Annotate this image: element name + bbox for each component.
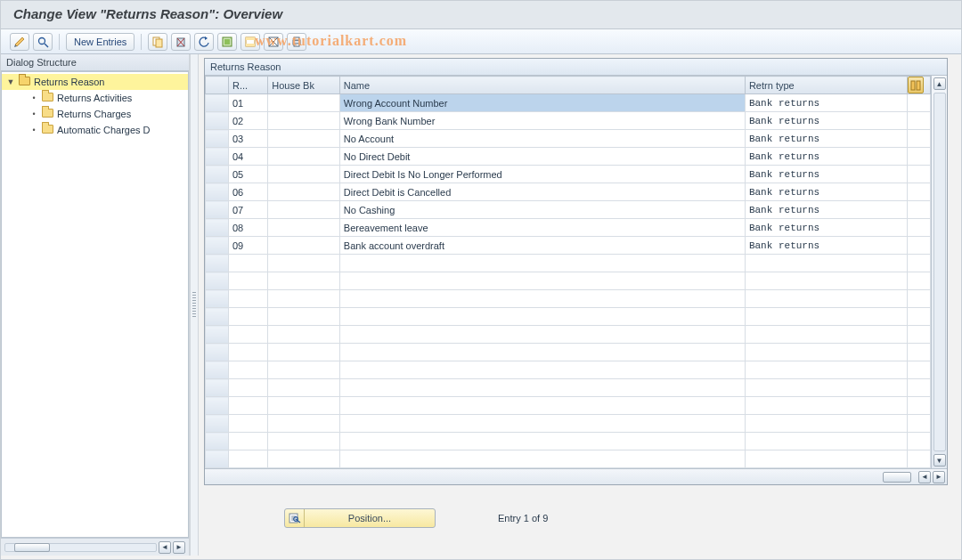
cell-house-bk[interactable] — [268, 397, 340, 415]
table-row[interactable]: 01Wrong Account NumberBank returns — [206, 94, 931, 112]
cell-r[interactable] — [229, 415, 268, 433]
hscroll-thumb[interactable] — [883, 472, 911, 483]
tree-item[interactable]: ▼Returns Reason — [2, 74, 188, 90]
table-row[interactable] — [206, 255, 931, 272]
scroll-left-button[interactable]: ◄ — [918, 471, 931, 483]
cell-retrn-type[interactable] — [745, 361, 907, 379]
cell-name[interactable]: Bank account overdraft — [339, 237, 745, 255]
row-selector-cell[interactable] — [206, 237, 229, 255]
copy-as-button[interactable] — [148, 33, 167, 51]
cell-name[interactable]: Wrong Bank Number — [339, 112, 745, 130]
cell-name[interactable] — [339, 326, 745, 344]
scroll-track[interactable] — [933, 93, 946, 451]
cell-house-bk[interactable] — [268, 237, 340, 255]
table-row[interactable] — [206, 397, 931, 415]
configure-columns-button[interactable] — [907, 77, 930, 94]
cell-r[interactable]: 04 — [229, 148, 268, 166]
cell-retrn-type[interactable] — [745, 255, 907, 272]
scroll-right-button[interactable]: ► — [933, 471, 945, 483]
cell-house-bk[interactable] — [268, 272, 340, 290]
cell-retrn-type[interactable] — [745, 272, 907, 290]
cell-name[interactable] — [339, 450, 745, 468]
cell-r[interactable] — [229, 450, 268, 468]
row-selector-cell[interactable] — [206, 219, 229, 237]
cell-r[interactable]: 05 — [229, 166, 268, 183]
row-selector-cell[interactable] — [206, 94, 229, 112]
table-row[interactable] — [206, 326, 931, 344]
cell-retrn-type[interactable]: Bank returns — [745, 112, 907, 130]
cell-house-bk[interactable] — [268, 361, 340, 379]
cell-r[interactable]: 06 — [229, 183, 268, 201]
row-selector-cell[interactable] — [206, 361, 229, 379]
table-row[interactable] — [206, 361, 931, 379]
cell-house-bk[interactable] — [268, 148, 340, 166]
cell-retrn-type[interactable] — [745, 308, 907, 326]
table-row[interactable]: 07No CashingBank returns — [206, 201, 931, 219]
cell-r[interactable] — [229, 344, 268, 361]
cell-r[interactable]: 07 — [229, 201, 268, 219]
splitter-handle[interactable] — [190, 54, 199, 556]
table-row[interactable]: 06Direct Debit is CancelledBank returns — [206, 183, 931, 201]
cell-name[interactable] — [339, 272, 745, 290]
cell-r[interactable]: 02 — [229, 112, 268, 130]
cell-r[interactable]: 08 — [229, 219, 268, 237]
tree-item[interactable]: •Automatic Charges D — [2, 122, 188, 138]
print-button[interactable] — [287, 33, 306, 51]
row-selector-cell[interactable] — [206, 130, 229, 148]
cell-retrn-type[interactable] — [745, 344, 907, 361]
cell-r[interactable] — [229, 361, 268, 379]
row-selector-cell[interactable] — [206, 166, 229, 183]
cell-name[interactable] — [339, 433, 745, 450]
cell-r[interactable] — [229, 379, 268, 397]
row-selector-header[interactable] — [206, 77, 229, 94]
cell-name[interactable]: Bereavement leave — [339, 219, 745, 237]
cell-name[interactable]: Direct Debit is Cancelled — [339, 183, 745, 201]
cell-house-bk[interactable] — [268, 130, 340, 148]
cell-house-bk[interactable] — [268, 450, 340, 468]
cell-name[interactable] — [339, 361, 745, 379]
cell-retrn-type[interactable]: Bank returns — [745, 94, 907, 112]
table-row[interactable] — [206, 344, 931, 361]
scroll-left-button[interactable]: ◄ — [159, 541, 171, 554]
row-selector-cell[interactable] — [206, 201, 229, 219]
row-selector-cell[interactable] — [206, 290, 229, 308]
table-row[interactable]: 05Direct Debit Is No Longer PerformedBan… — [206, 166, 931, 183]
cell-house-bk[interactable] — [268, 112, 340, 130]
tree-collapse-icon[interactable]: ▼ — [5, 77, 16, 86]
row-selector-cell[interactable] — [206, 308, 229, 326]
cell-r[interactable] — [229, 308, 268, 326]
cell-house-bk[interactable] — [268, 379, 340, 397]
table-row[interactable] — [206, 290, 931, 308]
col-retrn-type-header[interactable]: Retrn type — [745, 77, 907, 94]
cell-retrn-type[interactable] — [745, 450, 907, 468]
table-row[interactable]: 09Bank account overdraftBank returns — [206, 237, 931, 255]
scroll-down-button[interactable]: ▼ — [933, 454, 946, 467]
cell-retrn-type[interactable] — [745, 379, 907, 397]
cell-name[interactable]: Direct Debit Is No Longer Performed — [339, 166, 745, 183]
dialog-structure-tree[interactable]: ▼Returns Reason•Returns Activities•Retur… — [1, 71, 189, 538]
row-selector-cell[interactable] — [206, 450, 229, 468]
tree-item[interactable]: •Returns Activities — [2, 90, 188, 106]
cell-name[interactable]: Wrong Account Number — [339, 94, 745, 112]
cell-retrn-type[interactable] — [745, 290, 907, 308]
cell-name[interactable] — [339, 255, 745, 272]
new-entries-button[interactable]: New Entries — [66, 33, 135, 51]
cell-retrn-type[interactable] — [745, 326, 907, 344]
cell-house-bk[interactable] — [268, 415, 340, 433]
row-selector-cell[interactable] — [206, 415, 229, 433]
col-r-header[interactable]: R... — [229, 77, 268, 94]
deselect-all-button[interactable] — [264, 33, 283, 51]
row-selector-cell[interactable] — [206, 397, 229, 415]
select-block-button[interactable] — [240, 33, 260, 51]
scroll-right-button[interactable]: ► — [173, 541, 185, 554]
cell-r[interactable] — [229, 326, 268, 344]
cell-house-bk[interactable] — [268, 183, 340, 201]
cell-house-bk[interactable] — [268, 201, 340, 219]
cell-retrn-type[interactable] — [745, 433, 907, 450]
row-selector-cell[interactable] — [206, 148, 229, 166]
cell-retrn-type[interactable]: Bank returns — [745, 219, 907, 237]
cell-r[interactable] — [229, 290, 268, 308]
delete-button[interactable] — [171, 33, 191, 51]
cell-house-bk[interactable] — [268, 308, 340, 326]
cell-name[interactable]: No Cashing — [339, 201, 745, 219]
